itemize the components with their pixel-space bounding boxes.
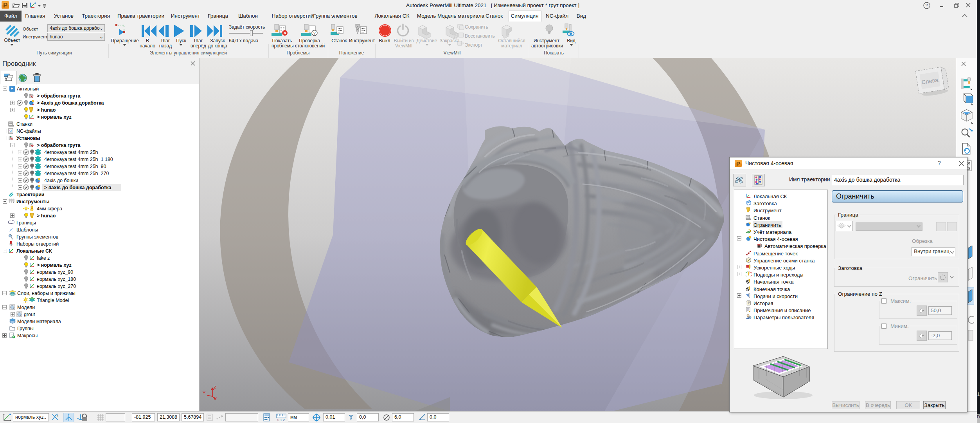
svg-text:P: P xyxy=(3,2,7,9)
svg-text:?: ? xyxy=(926,3,928,8)
svg-text:Y: Y xyxy=(203,390,206,395)
svg-text:P: P xyxy=(736,160,740,167)
svg-text:G: G xyxy=(9,129,12,132)
svg-text:0 1 2: 0 1 2 xyxy=(277,418,285,422)
svg-text:?: ? xyxy=(313,31,316,36)
svg-text:X: X xyxy=(214,396,217,401)
svg-text:x: x xyxy=(57,414,58,418)
svg-text:Z: Z xyxy=(214,385,216,390)
